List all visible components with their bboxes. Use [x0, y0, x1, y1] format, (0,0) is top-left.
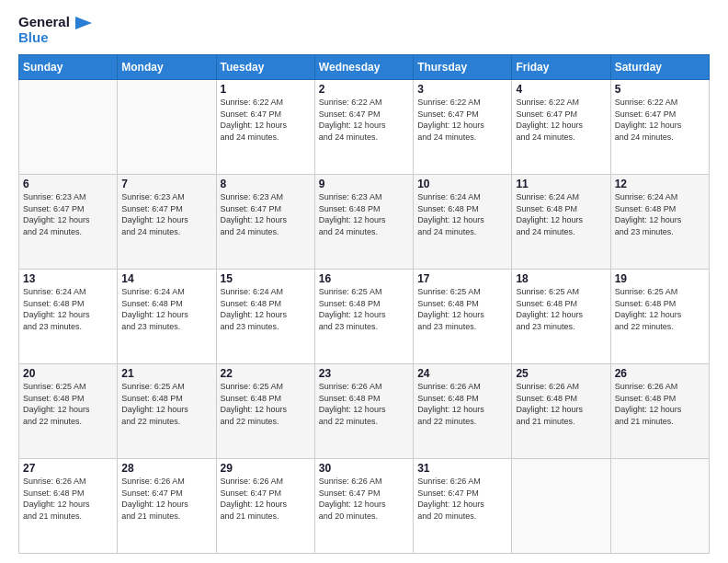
day-number: 8: [221, 178, 311, 190]
calendar-cell: 29Sunrise: 6:26 AM Sunset: 6:47 PM Dayli…: [216, 459, 314, 554]
day-number: 14: [121, 272, 211, 285]
day-info: Sunrise: 6:25 AM Sunset: 6:48 PM Dayligh…: [121, 381, 211, 427]
calendar-cell: 24Sunrise: 6:26 AM Sunset: 6:48 PM Dayli…: [414, 364, 512, 459]
logo-text: General Blue: [18, 15, 92, 45]
day-info: Sunrise: 6:24 AM Sunset: 6:48 PM Dayligh…: [615, 191, 705, 237]
calendar-cell: 4Sunrise: 6:22 AM Sunset: 6:47 PM Daylig…: [512, 80, 610, 175]
day-number: 2: [319, 83, 409, 96]
day-info: Sunrise: 6:24 AM Sunset: 6:48 PM Dayligh…: [23, 286, 113, 332]
calendar-cell: 23Sunrise: 6:26 AM Sunset: 6:48 PM Dayli…: [314, 364, 413, 459]
calendar-cell: 19Sunrise: 6:25 AM Sunset: 6:48 PM Dayli…: [610, 270, 709, 364]
calendar-table: SundayMondayTuesdayWednesdayThursdayFrid…: [18, 54, 710, 554]
day-number: 31: [417, 462, 507, 475]
day-number: 29: [221, 462, 311, 475]
day-number: 24: [417, 367, 507, 380]
page: General Blue SundayMondayTuesdayWednesda…: [0, 0, 728, 563]
weekday-header-friday: Friday: [512, 55, 610, 80]
day-number: 28: [121, 462, 211, 475]
day-number: 23: [319, 367, 409, 380]
day-number: 27: [23, 462, 113, 475]
day-info: Sunrise: 6:25 AM Sunset: 6:48 PM Dayligh…: [23, 381, 113, 427]
day-number: 1: [221, 83, 311, 96]
day-number: 9: [319, 178, 409, 190]
header: General Blue: [18, 15, 710, 45]
day-number: 26: [615, 367, 705, 380]
day-number: 5: [615, 83, 705, 96]
calendar-cell: 12Sunrise: 6:24 AM Sunset: 6:48 PM Dayli…: [610, 175, 709, 270]
day-number: 15: [221, 272, 311, 285]
calendar-cell: 13Sunrise: 6:24 AM Sunset: 6:48 PM Dayli…: [19, 270, 118, 364]
day-number: 3: [417, 83, 507, 96]
day-number: 13: [23, 272, 113, 285]
day-number: 7: [121, 178, 211, 190]
weekday-header-tuesday: Tuesday: [216, 55, 314, 80]
day-number: 18: [516, 272, 606, 285]
week-row-4: 20Sunrise: 6:25 AM Sunset: 6:48 PM Dayli…: [19, 364, 710, 459]
day-info: Sunrise: 6:26 AM Sunset: 6:48 PM Dayligh…: [417, 381, 507, 427]
week-row-2: 6Sunrise: 6:23 AM Sunset: 6:47 PM Daylig…: [19, 175, 710, 270]
day-info: Sunrise: 6:26 AM Sunset: 6:47 PM Dayligh…: [319, 476, 409, 522]
day-info: Sunrise: 6:22 AM Sunset: 6:47 PM Dayligh…: [221, 97, 311, 143]
calendar-cell: 22Sunrise: 6:25 AM Sunset: 6:48 PM Dayli…: [216, 364, 314, 459]
day-info: Sunrise: 6:26 AM Sunset: 6:48 PM Dayligh…: [615, 381, 705, 427]
calendar-cell: 21Sunrise: 6:25 AM Sunset: 6:48 PM Dayli…: [118, 364, 216, 459]
week-row-3: 13Sunrise: 6:24 AM Sunset: 6:48 PM Dayli…: [19, 270, 710, 364]
week-row-1: 1Sunrise: 6:22 AM Sunset: 6:47 PM Daylig…: [19, 80, 710, 175]
day-info: Sunrise: 6:25 AM Sunset: 6:48 PM Dayligh…: [221, 381, 311, 427]
calendar-cell: 15Sunrise: 6:24 AM Sunset: 6:48 PM Dayli…: [216, 270, 314, 364]
logo: General Blue: [18, 15, 92, 45]
weekday-header-monday: Monday: [118, 55, 216, 80]
calendar-cell: 9Sunrise: 6:23 AM Sunset: 6:48 PM Daylig…: [314, 175, 413, 270]
day-number: 17: [417, 272, 507, 285]
weekday-header-row: SundayMondayTuesdayWednesdayThursdayFrid…: [19, 55, 710, 80]
calendar-cell: 5Sunrise: 6:22 AM Sunset: 6:47 PM Daylig…: [610, 80, 709, 175]
day-number: 20: [23, 367, 113, 380]
calendar-cell: 30Sunrise: 6:26 AM Sunset: 6:47 PM Dayli…: [314, 459, 413, 554]
calendar-cell: 14Sunrise: 6:24 AM Sunset: 6:48 PM Dayli…: [118, 270, 216, 364]
calendar-cell: 18Sunrise: 6:25 AM Sunset: 6:48 PM Dayli…: [512, 270, 610, 364]
day-info: Sunrise: 6:23 AM Sunset: 6:47 PM Dayligh…: [23, 191, 113, 237]
day-number: 16: [319, 272, 409, 285]
day-info: Sunrise: 6:26 AM Sunset: 6:47 PM Dayligh…: [221, 476, 311, 522]
calendar-cell: 26Sunrise: 6:26 AM Sunset: 6:48 PM Dayli…: [610, 364, 709, 459]
day-number: 6: [23, 178, 113, 190]
day-info: Sunrise: 6:24 AM Sunset: 6:48 PM Dayligh…: [417, 191, 507, 237]
day-number: 25: [516, 367, 606, 380]
calendar-cell: 1Sunrise: 6:22 AM Sunset: 6:47 PM Daylig…: [216, 80, 314, 175]
day-info: Sunrise: 6:25 AM Sunset: 6:48 PM Dayligh…: [516, 286, 606, 332]
calendar-cell: 3Sunrise: 6:22 AM Sunset: 6:47 PM Daylig…: [414, 80, 512, 175]
calendar-cell: 27Sunrise: 6:26 AM Sunset: 6:48 PM Dayli…: [19, 459, 118, 554]
calendar-cell: 11Sunrise: 6:24 AM Sunset: 6:48 PM Dayli…: [512, 175, 610, 270]
day-info: Sunrise: 6:22 AM Sunset: 6:47 PM Dayligh…: [417, 97, 507, 143]
day-info: Sunrise: 6:22 AM Sunset: 6:47 PM Dayligh…: [319, 97, 409, 143]
day-info: Sunrise: 6:25 AM Sunset: 6:48 PM Dayligh…: [319, 286, 409, 332]
svg-marker-0: [75, 17, 92, 29]
day-info: Sunrise: 6:24 AM Sunset: 6:48 PM Dayligh…: [516, 191, 606, 237]
day-number: 10: [417, 178, 507, 190]
weekday-header-saturday: Saturday: [610, 55, 709, 80]
day-number: 30: [319, 462, 409, 475]
weekday-header-wednesday: Wednesday: [314, 55, 413, 80]
calendar-cell: 8Sunrise: 6:23 AM Sunset: 6:47 PM Daylig…: [216, 175, 314, 270]
day-info: Sunrise: 6:25 AM Sunset: 6:48 PM Dayligh…: [417, 286, 507, 332]
day-info: Sunrise: 6:22 AM Sunset: 6:47 PM Dayligh…: [516, 97, 606, 143]
day-info: Sunrise: 6:24 AM Sunset: 6:48 PM Dayligh…: [221, 286, 311, 332]
calendar-cell: 16Sunrise: 6:25 AM Sunset: 6:48 PM Dayli…: [314, 270, 413, 364]
day-info: Sunrise: 6:23 AM Sunset: 6:47 PM Dayligh…: [121, 191, 211, 237]
day-info: Sunrise: 6:26 AM Sunset: 6:47 PM Dayligh…: [121, 476, 211, 522]
day-number: 12: [615, 178, 705, 190]
day-number: 22: [221, 367, 311, 380]
day-info: Sunrise: 6:23 AM Sunset: 6:47 PM Dayligh…: [221, 191, 311, 237]
weekday-header-thursday: Thursday: [414, 55, 512, 80]
calendar-cell: 25Sunrise: 6:26 AM Sunset: 6:48 PM Dayli…: [512, 364, 610, 459]
calendar-cell: 31Sunrise: 6:26 AM Sunset: 6:47 PM Dayli…: [414, 459, 512, 554]
week-row-5: 27Sunrise: 6:26 AM Sunset: 6:48 PM Dayli…: [19, 459, 710, 554]
day-info: Sunrise: 6:22 AM Sunset: 6:47 PM Dayligh…: [615, 97, 705, 143]
calendar-cell: 10Sunrise: 6:24 AM Sunset: 6:48 PM Dayli…: [414, 175, 512, 270]
calendar-cell: [512, 459, 610, 554]
day-info: Sunrise: 6:26 AM Sunset: 6:48 PM Dayligh…: [319, 381, 409, 427]
calendar-cell: 20Sunrise: 6:25 AM Sunset: 6:48 PM Dayli…: [19, 364, 118, 459]
day-number: 4: [516, 83, 606, 96]
calendar-cell: [118, 80, 216, 175]
calendar-cell: 28Sunrise: 6:26 AM Sunset: 6:47 PM Dayli…: [118, 459, 216, 554]
